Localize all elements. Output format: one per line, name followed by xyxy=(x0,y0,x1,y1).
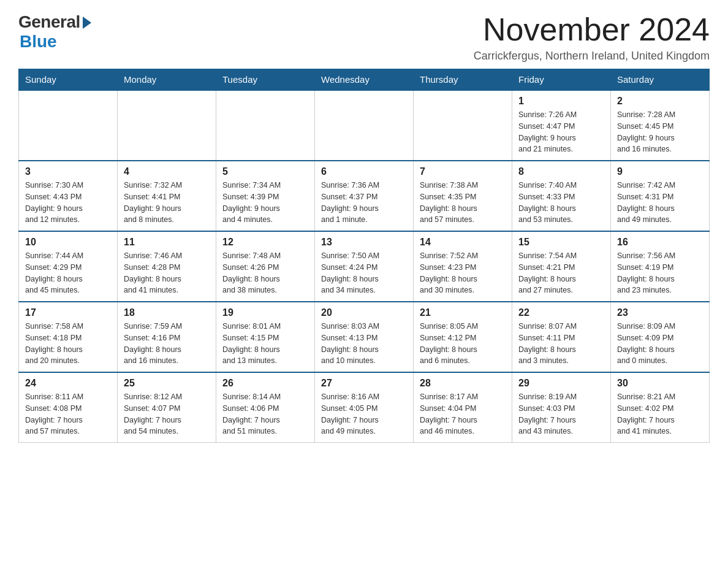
day-info: Sunrise: 7:46 AM Sunset: 4:28 PM Dayligh… xyxy=(124,250,210,296)
day-info: Sunrise: 7:38 AM Sunset: 4:35 PM Dayligh… xyxy=(420,180,506,226)
weekday-header-row: SundayMondayTuesdayWednesdayThursdayFrid… xyxy=(19,69,710,91)
day-info: Sunrise: 7:58 AM Sunset: 4:18 PM Dayligh… xyxy=(25,321,111,367)
week-row-2: 3Sunrise: 7:30 AM Sunset: 4:43 PM Daylig… xyxy=(19,161,710,231)
calendar-cell: 21Sunrise: 8:05 AM Sunset: 4:12 PM Dayli… xyxy=(414,302,512,372)
calendar-cell: 26Sunrise: 8:14 AM Sunset: 4:06 PM Dayli… xyxy=(216,372,315,443)
day-number: 20 xyxy=(321,307,407,318)
day-number: 6 xyxy=(321,166,407,177)
day-number: 23 xyxy=(617,307,703,318)
day-number: 18 xyxy=(124,307,210,318)
calendar-cell: 29Sunrise: 8:19 AM Sunset: 4:03 PM Dayli… xyxy=(512,372,611,443)
day-number: 29 xyxy=(518,378,604,389)
day-info: Sunrise: 8:16 AM Sunset: 4:05 PM Dayligh… xyxy=(321,391,407,437)
day-number: 14 xyxy=(420,237,506,248)
calendar-cell xyxy=(414,90,512,161)
calendar-cell: 25Sunrise: 8:12 AM Sunset: 4:07 PM Dayli… xyxy=(118,372,216,443)
day-number: 26 xyxy=(222,378,308,389)
day-number: 19 xyxy=(222,307,308,318)
calendar-cell: 17Sunrise: 7:58 AM Sunset: 4:18 PM Dayli… xyxy=(19,302,118,372)
day-number: 12 xyxy=(222,237,308,248)
calendar-cell xyxy=(315,90,414,161)
calendar-cell: 15Sunrise: 7:54 AM Sunset: 4:21 PM Dayli… xyxy=(512,231,611,302)
day-info: Sunrise: 8:19 AM Sunset: 4:03 PM Dayligh… xyxy=(518,391,604,437)
week-row-4: 17Sunrise: 7:58 AM Sunset: 4:18 PM Dayli… xyxy=(19,302,710,372)
calendar-cell: 13Sunrise: 7:50 AM Sunset: 4:24 PM Dayli… xyxy=(315,231,414,302)
calendar-cell: 23Sunrise: 8:09 AM Sunset: 4:09 PM Dayli… xyxy=(611,302,710,372)
logo-blue-text: Blue xyxy=(20,32,57,52)
calendar-cell: 3Sunrise: 7:30 AM Sunset: 4:43 PM Daylig… xyxy=(19,161,118,231)
calendar-cell: 2Sunrise: 7:28 AM Sunset: 4:45 PM Daylig… xyxy=(611,90,710,161)
calendar-cell: 8Sunrise: 7:40 AM Sunset: 4:33 PM Daylig… xyxy=(512,161,611,231)
day-number: 5 xyxy=(222,166,308,177)
calendar-cell: 16Sunrise: 7:56 AM Sunset: 4:19 PM Dayli… xyxy=(611,231,710,302)
day-number: 1 xyxy=(518,96,604,107)
day-number: 10 xyxy=(25,237,111,248)
calendar-cell: 18Sunrise: 7:59 AM Sunset: 4:16 PM Dayli… xyxy=(118,302,216,372)
day-number: 15 xyxy=(518,237,604,248)
day-number: 17 xyxy=(25,307,111,318)
day-info: Sunrise: 8:11 AM Sunset: 4:08 PM Dayligh… xyxy=(25,391,111,437)
day-number: 16 xyxy=(617,237,703,248)
day-number: 4 xyxy=(124,166,210,177)
day-info: Sunrise: 7:30 AM Sunset: 4:43 PM Dayligh… xyxy=(25,180,111,226)
day-info: Sunrise: 7:42 AM Sunset: 4:31 PM Dayligh… xyxy=(617,180,703,226)
day-number: 25 xyxy=(124,378,210,389)
day-number: 22 xyxy=(518,307,604,318)
weekday-header-tuesday: Tuesday xyxy=(216,69,315,91)
calendar-cell: 6Sunrise: 7:36 AM Sunset: 4:37 PM Daylig… xyxy=(315,161,414,231)
day-info: Sunrise: 7:50 AM Sunset: 4:24 PM Dayligh… xyxy=(321,250,407,296)
logo-general-text: General xyxy=(18,12,80,32)
day-info: Sunrise: 7:56 AM Sunset: 4:19 PM Dayligh… xyxy=(617,250,703,296)
day-number: 11 xyxy=(124,237,210,248)
calendar-cell: 27Sunrise: 8:16 AM Sunset: 4:05 PM Dayli… xyxy=(315,372,414,443)
calendar-cell: 28Sunrise: 8:17 AM Sunset: 4:04 PM Dayli… xyxy=(414,372,512,443)
calendar-cell: 11Sunrise: 7:46 AM Sunset: 4:28 PM Dayli… xyxy=(118,231,216,302)
calendar-cell: 30Sunrise: 8:21 AM Sunset: 4:02 PM Dayli… xyxy=(611,372,710,443)
month-title: November 2024 xyxy=(474,12,710,47)
day-info: Sunrise: 7:59 AM Sunset: 4:16 PM Dayligh… xyxy=(124,321,210,367)
day-info: Sunrise: 7:54 AM Sunset: 4:21 PM Dayligh… xyxy=(518,250,604,296)
calendar-cell: 20Sunrise: 8:03 AM Sunset: 4:13 PM Dayli… xyxy=(315,302,414,372)
logo-arrow-icon xyxy=(83,17,91,29)
calendar-cell xyxy=(118,90,216,161)
day-number: 3 xyxy=(25,166,111,177)
day-number: 28 xyxy=(420,378,506,389)
calendar-cell xyxy=(19,90,118,161)
day-info: Sunrise: 7:36 AM Sunset: 4:37 PM Dayligh… xyxy=(321,180,407,226)
day-info: Sunrise: 8:21 AM Sunset: 4:02 PM Dayligh… xyxy=(617,391,703,437)
weekday-header-sunday: Sunday xyxy=(19,69,118,91)
calendar-cell: 4Sunrise: 7:32 AM Sunset: 4:41 PM Daylig… xyxy=(118,161,216,231)
day-number: 13 xyxy=(321,237,407,248)
calendar-cell: 24Sunrise: 8:11 AM Sunset: 4:08 PM Dayli… xyxy=(19,372,118,443)
location-subtitle: Carrickfergus, Northern Ireland, United … xyxy=(474,50,710,63)
day-info: Sunrise: 8:01 AM Sunset: 4:15 PM Dayligh… xyxy=(222,321,308,367)
week-row-5: 24Sunrise: 8:11 AM Sunset: 4:08 PM Dayli… xyxy=(19,372,710,443)
title-area: November 2024 Carrickfergus, Northern Ir… xyxy=(474,12,710,63)
day-info: Sunrise: 7:44 AM Sunset: 4:29 PM Dayligh… xyxy=(25,250,111,296)
day-number: 21 xyxy=(420,307,506,318)
day-info: Sunrise: 8:14 AM Sunset: 4:06 PM Dayligh… xyxy=(222,391,308,437)
calendar-cell: 5Sunrise: 7:34 AM Sunset: 4:39 PM Daylig… xyxy=(216,161,315,231)
week-row-3: 10Sunrise: 7:44 AM Sunset: 4:29 PM Dayli… xyxy=(19,231,710,302)
calendar-cell: 9Sunrise: 7:42 AM Sunset: 4:31 PM Daylig… xyxy=(611,161,710,231)
day-info: Sunrise: 7:26 AM Sunset: 4:47 PM Dayligh… xyxy=(518,109,604,155)
weekday-header-thursday: Thursday xyxy=(414,69,512,91)
calendar-table: SundayMondayTuesdayWednesdayThursdayFrid… xyxy=(18,69,710,443)
day-number: 8 xyxy=(518,166,604,177)
day-info: Sunrise: 7:40 AM Sunset: 4:33 PM Dayligh… xyxy=(518,180,604,226)
day-number: 7 xyxy=(420,166,506,177)
day-info: Sunrise: 8:07 AM Sunset: 4:11 PM Dayligh… xyxy=(518,321,604,367)
calendar-cell: 22Sunrise: 8:07 AM Sunset: 4:11 PM Dayli… xyxy=(512,302,611,372)
logo: General Blue xyxy=(18,12,91,52)
weekday-header-monday: Monday xyxy=(118,69,216,91)
weekday-header-friday: Friday xyxy=(512,69,611,91)
calendar-cell: 1Sunrise: 7:26 AM Sunset: 4:47 PM Daylig… xyxy=(512,90,611,161)
week-row-1: 1Sunrise: 7:26 AM Sunset: 4:47 PM Daylig… xyxy=(19,90,710,161)
day-number: 24 xyxy=(25,378,111,389)
day-info: Sunrise: 7:34 AM Sunset: 4:39 PM Dayligh… xyxy=(222,180,308,226)
calendar-cell: 12Sunrise: 7:48 AM Sunset: 4:26 PM Dayli… xyxy=(216,231,315,302)
weekday-header-saturday: Saturday xyxy=(611,69,710,91)
calendar-cell: 7Sunrise: 7:38 AM Sunset: 4:35 PM Daylig… xyxy=(414,161,512,231)
day-info: Sunrise: 8:03 AM Sunset: 4:13 PM Dayligh… xyxy=(321,321,407,367)
day-info: Sunrise: 8:09 AM Sunset: 4:09 PM Dayligh… xyxy=(617,321,703,367)
